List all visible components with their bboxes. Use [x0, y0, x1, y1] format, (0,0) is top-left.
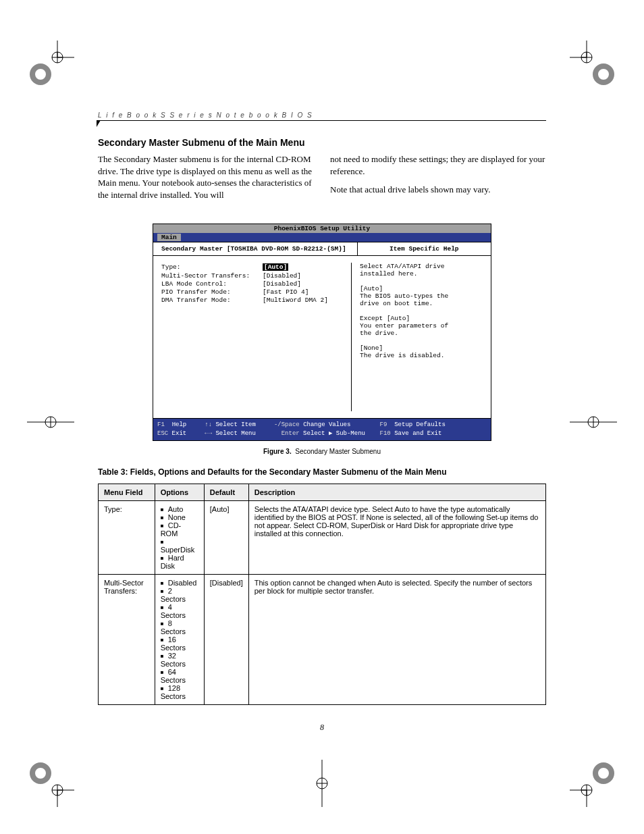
body-paragraph: Note that actual drive labels shown may … — [330, 184, 546, 196]
crop-mark-icon — [570, 760, 617, 807]
page-number: 8 — [98, 723, 546, 733]
fields-table: Menu FieldOptionsDefaultDescription Type… — [98, 484, 546, 705]
bios-tab-main: Main — [157, 234, 181, 241]
crop-mark-icon — [27, 398, 74, 446]
bios-screenshot: PhoenixBIOS Setup Utility Main Secondary… — [153, 224, 491, 440]
bios-help-text: Select ATA/ATAPI driveinstalled here. [A… — [351, 263, 483, 411]
bios-submenu-title: Secondary Master [TOSHIBA DVD-ROM SD-R22… — [153, 242, 357, 255]
figure-caption: Figure 3. Secondary Master Submenu — [98, 448, 546, 455]
bios-title-bar: PhoenixBIOS Setup Utility — [153, 224, 491, 233]
bios-help-title: Item Specific Help — [357, 242, 491, 255]
svg-point-18 — [595, 765, 612, 781]
crop-mark-icon — [298, 760, 346, 807]
body-paragraph: The Secondary Master submenu is for the … — [98, 153, 314, 201]
running-header: L i f e B o o k S S e r i e s N o t e b … — [98, 111, 546, 121]
bios-tab-bar: Main — [153, 233, 491, 242]
svg-point-12 — [32, 765, 49, 781]
body-paragraph: not need to modify these settings; they … — [330, 153, 546, 177]
bios-footer-bar: F1 Help ↑↓ Select Item -/Space Change Va… — [153, 419, 491, 440]
section-heading: Secondary Master Submenu of the Main Men… — [98, 137, 546, 148]
table-caption: Table 3: Fields, Options and Defaults fo… — [98, 467, 546, 477]
crop-mark-icon — [570, 41, 617, 88]
crop-mark-icon — [570, 398, 617, 446]
crop-mark-icon — [27, 760, 74, 807]
body-columns: The Secondary Master submenu is for the … — [98, 153, 546, 205]
svg-point-0 — [32, 66, 49, 82]
svg-point-6 — [595, 66, 612, 82]
bios-fields: Type:[Auto]Multi-Sector Transfers:[Disab… — [161, 263, 346, 411]
crop-mark-icon — [27, 41, 74, 88]
